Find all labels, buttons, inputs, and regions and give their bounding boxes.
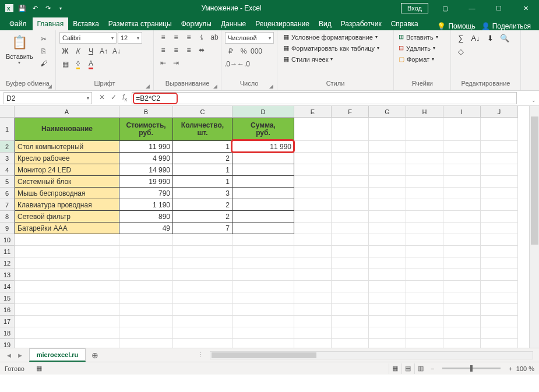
- cell-E5[interactable]: [294, 176, 332, 188]
- row-header-5[interactable]: 5: [0, 176, 15, 188]
- cell-C13[interactable]: [173, 269, 232, 281]
- cell-C6[interactable]: 3: [173, 188, 232, 199]
- cell-J14[interactable]: [481, 281, 518, 292]
- row-header-9[interactable]: 9: [0, 223, 15, 234]
- number-format-combo[interactable]: Числовой▾: [225, 32, 274, 44]
- cell-G5[interactable]: [369, 176, 406, 188]
- row-header-15[interactable]: 15: [0, 292, 15, 304]
- cell-C18[interactable]: [173, 327, 232, 339]
- cell-G14[interactable]: [369, 281, 406, 292]
- clear-button[interactable]: ◇: [455, 45, 467, 57]
- cell-J19[interactable]: [481, 339, 518, 348]
- cell-F19[interactable]: [332, 339, 369, 348]
- format-as-table-button[interactable]: ▦Форматировать как таблицу▾: [281, 43, 382, 53]
- cell-A11[interactable]: [15, 246, 119, 257]
- cell-B17[interactable]: [119, 316, 173, 327]
- row-header-14[interactable]: 14: [0, 281, 15, 292]
- cell-D1[interactable]: Сумма,руб.: [232, 118, 294, 141]
- column-header-J[interactable]: J: [481, 106, 518, 118]
- orientation-button[interactable]: ⤹: [196, 32, 207, 43]
- cell-A8[interactable]: Сетевой фильтр: [15, 211, 119, 223]
- autosum-button[interactable]: ∑: [455, 32, 467, 44]
- cell-I12[interactable]: [443, 257, 481, 269]
- row-header-8[interactable]: 8: [0, 211, 15, 223]
- cell-C8[interactable]: 2: [173, 211, 232, 223]
- cell-A12[interactable]: [15, 257, 119, 269]
- cell-D19[interactable]: [232, 339, 294, 348]
- cell-J16[interactable]: [481, 304, 518, 316]
- cell-H8[interactable]: [406, 211, 443, 223]
- column-header-B[interactable]: B: [119, 106, 173, 118]
- cell-G1[interactable]: [369, 118, 406, 141]
- cell-B10[interactable]: [119, 234, 173, 246]
- cell-H7[interactable]: [406, 199, 443, 211]
- cell-F5[interactable]: [332, 176, 369, 188]
- minimize-button[interactable]: —: [459, 0, 485, 16]
- cell-F9[interactable]: [332, 223, 369, 234]
- cell-G8[interactable]: [369, 211, 406, 223]
- cell-B9[interactable]: 49: [119, 223, 173, 234]
- cell-A6[interactable]: Мышь беспроводная: [15, 188, 119, 199]
- align-right-button[interactable]: ≡: [183, 45, 195, 55]
- cell-C7[interactable]: 2: [173, 199, 232, 211]
- grid[interactable]: НаименованиеСтоимость,руб.Количество,шт.…: [15, 118, 518, 348]
- cell-F8[interactable]: [332, 211, 369, 223]
- cell-E2[interactable]: [294, 141, 332, 153]
- cell-J9[interactable]: [481, 223, 518, 234]
- italic-button[interactable]: К: [72, 46, 84, 56]
- cell-F6[interactable]: [332, 188, 369, 199]
- font-grow-button[interactable]: A↑: [98, 46, 110, 56]
- indent-increase-button[interactable]: ⇥: [170, 58, 182, 68]
- cell-B13[interactable]: [119, 269, 173, 281]
- cell-J2[interactable]: [481, 141, 518, 153]
- redo-icon[interactable]: ↷: [43, 3, 52, 13]
- cell-H9[interactable]: [406, 223, 443, 234]
- cell-D13[interactable]: [232, 269, 294, 281]
- cell-E10[interactable]: [294, 234, 332, 246]
- cell-B15[interactable]: [119, 292, 173, 304]
- cell-I7[interactable]: [443, 199, 481, 211]
- cell-G10[interactable]: [369, 234, 406, 246]
- scrollbar-thumb[interactable]: [212, 352, 316, 358]
- cell-I5[interactable]: [443, 176, 481, 188]
- column-header-I[interactable]: I: [443, 106, 481, 118]
- next-sheet-button[interactable]: ►: [17, 352, 23, 359]
- cell-F17[interactable]: [332, 316, 369, 327]
- cut-button[interactable]: ✂: [38, 34, 50, 44]
- cell-H1[interactable]: [406, 118, 443, 141]
- cell-I15[interactable]: [443, 292, 481, 304]
- cell-E13[interactable]: [294, 269, 332, 281]
- cell-H13[interactable]: [406, 269, 443, 281]
- cell-B8[interactable]: 890: [119, 211, 173, 223]
- cell-A5[interactable]: Системный блок: [15, 176, 119, 188]
- cell-D10[interactable]: [232, 234, 294, 246]
- cell-F4[interactable]: [332, 164, 369, 176]
- cell-J18[interactable]: [481, 327, 518, 339]
- save-icon[interactable]: 💾: [17, 3, 27, 13]
- cell-D14[interactable]: [232, 281, 294, 292]
- cell-A7[interactable]: Клавиатура проводная: [15, 199, 119, 211]
- zoom-in-button[interactable]: +: [509, 365, 512, 372]
- align-middle-button[interactable]: ≡: [170, 32, 182, 43]
- cell-B11[interactable]: [119, 246, 173, 257]
- cancel-formula-button[interactable]: ✕: [99, 93, 105, 103]
- indent-decrease-button[interactable]: ⇤: [157, 58, 169, 68]
- cell-F12[interactable]: [332, 257, 369, 269]
- cell-A16[interactable]: [15, 304, 119, 316]
- cell-C17[interactable]: [173, 316, 232, 327]
- tab-разработчик[interactable]: Разработчик: [336, 17, 386, 30]
- cell-J7[interactable]: [481, 199, 518, 211]
- cell-A13[interactable]: [15, 269, 119, 281]
- scrollbar-thumb[interactable]: [531, 116, 538, 245]
- wrap-text-button[interactable]: ab: [209, 32, 220, 43]
- cell-B6[interactable]: 790: [119, 188, 173, 199]
- cell-D3[interactable]: [232, 153, 294, 164]
- cell-C19[interactable]: [173, 339, 232, 348]
- cell-G19[interactable]: [369, 339, 406, 348]
- fx-button[interactable]: fx: [122, 93, 127, 103]
- cell-G6[interactable]: [369, 188, 406, 199]
- cell-G18[interactable]: [369, 327, 406, 339]
- copy-button[interactable]: ⎘: [38, 46, 50, 56]
- row-header-4[interactable]: 4: [0, 164, 15, 176]
- dialog-launcher-icon[interactable]: ◢: [269, 83, 273, 89]
